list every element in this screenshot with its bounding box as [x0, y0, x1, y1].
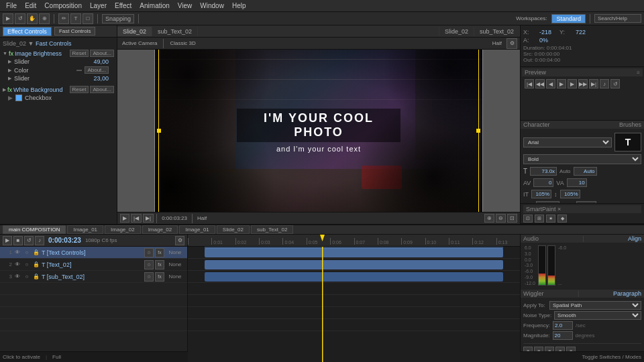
menu-layer[interactable]: Layer	[87, 1, 110, 10]
scale-h-input[interactable]	[531, 190, 551, 198]
menu-help[interactable]: Help	[229, 1, 250, 10]
title-text-overlay: I'M YOUR COOL PHOTO and I'm your cool te…	[237, 109, 400, 153]
prev-audio-btn[interactable]: ♪	[600, 79, 609, 88]
layer-eye-2[interactable]: 👁	[13, 261, 21, 269]
search-help-label[interactable]: Search/Help	[594, 14, 641, 23]
menu-file[interactable]: File	[3, 1, 20, 10]
kerning-input[interactable]	[533, 178, 553, 187]
wig-noise-select[interactable]: Smooth	[554, 311, 641, 320]
tl-tab-img02b[interactable]: Image_02	[142, 225, 178, 234]
layer-lock-2[interactable]: 🔒	[32, 261, 40, 269]
layer-lock-1[interactable]: 🔒	[32, 249, 40, 257]
zoom-out-btn[interactable]: ⊖	[496, 214, 506, 223]
tl-tab-img01b[interactable]: Image_01	[179, 225, 215, 234]
layer-eye-1[interactable]: 👁	[13, 249, 21, 257]
play-btn[interactable]: ▶	[120, 214, 129, 223]
selection-tool[interactable]: ▶	[3, 13, 13, 24]
tl-layer-1[interactable]: 1 👁 ○ 🔒 T [Text Controls] ☆ fx None	[0, 247, 187, 259]
comp-tab-subtext02[interactable]: sub_Text_02	[152, 27, 198, 36]
tl-tab-main[interactable]: main COMPOSITION	[3, 225, 66, 234]
wig-freq-input[interactable]	[553, 321, 573, 330]
status-toggle-switches[interactable]: Toggle Switches / Modes	[582, 354, 642, 360]
tl-tab-subtext02[interactable]: sub_Text_02	[251, 225, 293, 234]
menu-view[interactable]: View	[174, 1, 196, 10]
workspace-standard[interactable]: Standard	[551, 14, 586, 23]
layer-effect-3[interactable]: fx	[155, 272, 164, 282]
image-brightness-about[interactable]: About...	[90, 50, 114, 57]
comp-tab-slide02[interactable]: Slide_02	[117, 27, 152, 36]
tracking-input[interactable]	[567, 178, 587, 187]
menu-window[interactable]: Window	[197, 1, 227, 10]
tab-fast-controls[interactable]: Fast Controls	[54, 27, 96, 36]
white-bg-reset[interactable]: Reset	[70, 86, 89, 93]
tl-play-btn[interactable]: ▶	[3, 236, 12, 245]
sp-star[interactable]: ★	[546, 215, 555, 223]
image-brightness-reset[interactable]: Reset	[70, 50, 89, 57]
prev-first-btn[interactable]: |◀	[525, 79, 534, 88]
size-T-label: T	[523, 168, 527, 175]
font-weight-select[interactable]: Bold	[523, 154, 641, 164]
prev-back-btn[interactable]: ◀◀	[535, 79, 545, 88]
layer-solo-switch-3[interactable]: ☆	[144, 272, 154, 282]
rotation-tool[interactable]: ↺	[15, 13, 25, 24]
tl-bar-sub[interactable]	[205, 272, 504, 282]
menu-animation[interactable]: Animation	[136, 1, 172, 10]
tl-loop-btn[interactable]: ↺	[24, 236, 34, 245]
color-reset[interactable]	[76, 70, 82, 71]
next-frame-btn[interactable]: ▶|	[143, 214, 154, 223]
footage-tab-subtext02[interactable]: sub_Text_02	[474, 27, 520, 36]
tl-bar-text2[interactable]	[205, 260, 504, 269]
prev-play-btn[interactable]: ▶	[557, 79, 566, 88]
layer-eye-3[interactable]: 👁	[13, 273, 21, 281]
wig-mag-input[interactable]	[553, 331, 573, 340]
prev-back-1-btn[interactable]: ◀	[546, 79, 555, 88]
sp-btn-1[interactable]: ⊡	[523, 215, 533, 223]
layer-solo-switch-1[interactable]: ☆	[144, 248, 154, 257]
layer-effect-1[interactable]: fx	[155, 248, 164, 257]
layer-solo-switch-2[interactable]: ☆	[144, 260, 154, 269]
menu-effect[interactable]: Effect	[111, 1, 135, 10]
layer-lock-3[interactable]: 🔒	[32, 273, 40, 281]
tab-effect-controls[interactable]: Effect Controls	[3, 27, 52, 36]
font-family-select[interactable]: Arial Bold	[523, 137, 612, 147]
fit-btn[interactable]: ⊡	[507, 214, 517, 223]
layer-solo-2[interactable]: ○	[23, 261, 31, 269]
leading-input[interactable]	[574, 167, 597, 176]
prev-last-btn[interactable]: ▶|	[589, 79, 598, 88]
zoom-tool[interactable]: ⊕	[39, 13, 50, 24]
layer-effect-2[interactable]: fx	[155, 260, 164, 269]
prev-fwd-btn[interactable]: ▶▶	[578, 79, 588, 88]
sp-diamond[interactable]: ◆	[557, 215, 567, 223]
menu-edit[interactable]: Edit	[21, 1, 40, 10]
menu-composition[interactable]: Composition	[41, 1, 85, 10]
white-bg-about[interactable]: About...	[90, 86, 114, 93]
pen-tool[interactable]: ✏	[58, 13, 69, 24]
font-size-input[interactable]	[530, 167, 557, 176]
scale-v-input[interactable]	[560, 190, 580, 198]
color-about[interactable]: About...	[85, 66, 109, 74]
tl-stop-btn[interactable]: ■	[13, 236, 23, 245]
pan-tool[interactable]: ✋	[27, 13, 38, 24]
work-area-bar[interactable]	[205, 247, 504, 249]
tl-bar-text[interactable]	[205, 248, 504, 257]
white-bg-checkbox[interactable]	[15, 95, 22, 101]
view-options-btn[interactable]: ⚙	[506, 38, 517, 49]
prev-loop-btn[interactable]: ↺	[610, 79, 620, 88]
tl-layer-2[interactable]: 2 👁 ○ 🔒 T [Text_02] ☆ fx None	[0, 259, 187, 271]
tl-layer-3[interactable]: 3 👁 ○ 🔒 T [sub_Text_02] ☆ fx None	[0, 271, 187, 283]
shape-tool[interactable]: □	[83, 13, 93, 24]
tl-tab-img01[interactable]: Image_01	[67, 225, 103, 234]
tl-tab-img02[interactable]: Image_02	[105, 225, 141, 234]
wig-apply-select[interactable]: Spatial Path	[549, 301, 641, 310]
tl-mute-btn[interactable]: ♪	[35, 236, 44, 245]
sp-btn-2[interactable]: ⊞	[535, 215, 544, 223]
prev-frame-btn[interactable]: |◀	[131, 214, 142, 223]
tl-settings-btn[interactable]: ⚙	[175, 236, 184, 245]
prev-fwd-1-btn[interactable]: ▶	[568, 79, 577, 88]
layer-solo-3[interactable]: ○	[23, 273, 31, 281]
text-tool[interactable]: T	[70, 13, 81, 24]
footage-tab-slide02[interactable]: Slide_02	[439, 27, 474, 36]
layer-solo-1[interactable]: ○	[23, 249, 31, 257]
tl-tab-slide02[interactable]: Slide_02	[217, 225, 250, 234]
zoom-in-btn[interactable]: ⊕	[484, 214, 494, 223]
